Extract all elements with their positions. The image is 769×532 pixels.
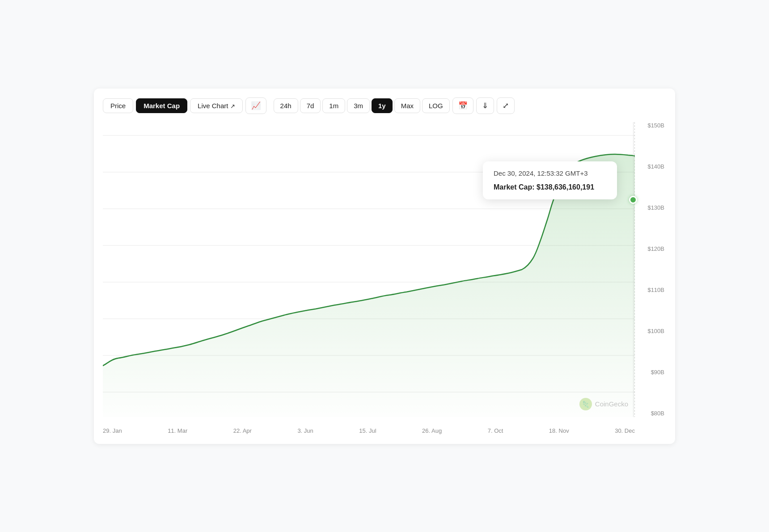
live-chart-tab[interactable]: Live Chart ↗	[190, 98, 243, 113]
cursor-line	[633, 122, 634, 417]
x-axis: 29. Jan 11. Mar 22. Apr 3. Jun 15. Jul 2…	[103, 419, 635, 435]
chart-type-btn[interactable]: 📈	[245, 97, 266, 114]
x-label-jan: 29. Jan	[103, 427, 122, 434]
data-point-marker	[629, 196, 637, 204]
chart-area: $150B $140B $130B $120B $110B $100B $90B…	[103, 122, 666, 435]
calendar-btn[interactable]: 📅	[452, 97, 473, 114]
tooltip-amount: $138,636,160,191	[537, 183, 594, 191]
range-group: 24h 7d 1m 3m 1y Max LOG	[274, 98, 450, 113]
range-24h[interactable]: 24h	[274, 98, 298, 113]
x-label-dec: 30. Dec	[615, 427, 635, 434]
x-label-nov: 18. Nov	[549, 427, 569, 434]
x-label-jun: 3. Jun	[297, 427, 313, 434]
y-label-120b: $120B	[647, 245, 666, 252]
x-label-aug: 26. Aug	[422, 427, 442, 434]
range-max[interactable]: Max	[394, 98, 420, 113]
y-label-110b: $110B	[647, 287, 666, 293]
coingecko-watermark: 🦎 CoinGecko	[579, 398, 628, 410]
y-label-130b: $130B	[647, 204, 666, 211]
tooltip-value: Market Cap: $138,636,160,191	[494, 183, 606, 191]
chart-container: Price Market Cap Live Chart ↗ 📈 24h 7d 1…	[94, 89, 675, 444]
tooltip-label: Market Cap:	[494, 183, 535, 191]
x-label-mar: 11. Mar	[168, 427, 187, 434]
y-label-150b: $150B	[647, 122, 666, 129]
tooltip-box: Dec 30, 2024, 12:53:32 GMT+3 Market Cap:…	[483, 161, 617, 199]
x-label-apr: 22. Apr	[233, 427, 252, 434]
range-1y[interactable]: 1y	[372, 98, 393, 113]
range-1m[interactable]: 1m	[322, 98, 345, 113]
x-label-jul: 15. Jul	[359, 427, 376, 434]
range-3m[interactable]: 3m	[347, 98, 370, 113]
coingecko-label: CoinGecko	[595, 400, 628, 408]
price-tab[interactable]: Price	[103, 98, 133, 113]
y-axis: $150B $140B $130B $120B $110B $100B $90B…	[635, 122, 666, 417]
toolbar: Price Market Cap Live Chart ↗ 📈 24h 7d 1…	[103, 97, 666, 114]
range-log[interactable]: LOG	[422, 98, 450, 113]
download-btn[interactable]: ⇓	[476, 97, 494, 114]
y-label-80b: $80B	[651, 410, 666, 417]
range-7d[interactable]: 7d	[300, 98, 321, 113]
tooltip-date: Dec 30, 2024, 12:53:32 GMT+3	[494, 169, 606, 177]
y-label-100b: $100B	[647, 328, 666, 334]
market-cap-tab[interactable]: Market Cap	[136, 98, 187, 113]
x-label-oct: 7. Oct	[488, 427, 503, 434]
linechart-icon: 📈	[251, 101, 261, 110]
coingecko-logo-icon: 🦎	[579, 398, 592, 410]
y-label-140b: $140B	[647, 163, 666, 170]
y-label-90b: $90B	[651, 369, 666, 376]
external-link-icon: ↗	[230, 103, 235, 110]
fullscreen-btn[interactable]: ⤢	[497, 97, 515, 114]
